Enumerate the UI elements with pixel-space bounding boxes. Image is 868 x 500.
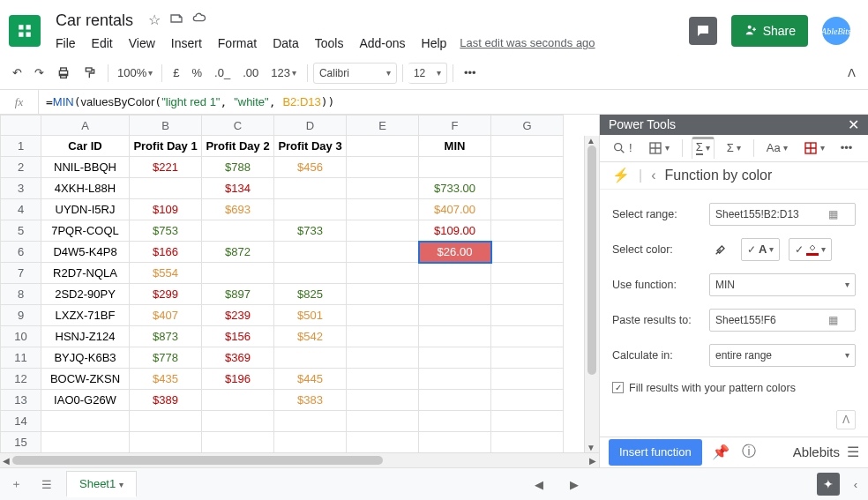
cell[interactable]: $992 bbox=[130, 178, 202, 199]
menu-icon[interactable]: ☰ bbox=[847, 444, 859, 460]
currency-button[interactable]: £ bbox=[168, 63, 184, 83]
cell[interactable]: $897 bbox=[202, 284, 274, 305]
cell[interactable] bbox=[347, 242, 419, 263]
cell[interactable]: $47 bbox=[202, 390, 274, 411]
account-avatar[interactable]: AbleBits bbox=[822, 17, 850, 45]
cell[interactable] bbox=[491, 411, 564, 432]
collapse-icon[interactable]: ᐱ bbox=[836, 410, 856, 429]
cell[interactable]: $109 bbox=[130, 199, 202, 220]
cell[interactable] bbox=[347, 178, 419, 199]
cell[interactable]: LXZX-71BF bbox=[41, 305, 130, 326]
sheet-tab[interactable]: Sheet1 ▾ bbox=[66, 471, 137, 497]
cell[interactable] bbox=[347, 284, 419, 305]
cell[interactable] bbox=[491, 220, 564, 242]
cell[interactable] bbox=[419, 305, 491, 326]
cell[interactable]: $978 bbox=[274, 199, 347, 220]
cell[interactable]: $26 bbox=[202, 263, 274, 284]
vertical-scrollbar[interactable]: ▲ ▼ bbox=[584, 136, 599, 452]
cell[interactable] bbox=[347, 432, 419, 453]
row-header[interactable]: 9 bbox=[1, 305, 41, 326]
font-size-select[interactable]: 12▾ bbox=[408, 63, 447, 84]
cell[interactable] bbox=[130, 411, 202, 432]
pt-tab-more[interactable]: ••• bbox=[837, 138, 857, 158]
undo-button[interactable]: ↶ bbox=[7, 63, 27, 83]
menu-edit[interactable]: Edit bbox=[86, 34, 119, 53]
star-icon[interactable]: ☆ bbox=[148, 11, 161, 29]
row-header[interactable]: 11 bbox=[1, 347, 41, 369]
grid-picker-icon[interactable]: ▦ bbox=[828, 314, 849, 326]
select-all-cell[interactable] bbox=[1, 116, 41, 136]
cell[interactable] bbox=[347, 157, 419, 178]
cell[interactable] bbox=[347, 305, 419, 326]
cell[interactable] bbox=[347, 220, 419, 242]
cell[interactable]: $778 bbox=[130, 347, 202, 369]
cell[interactable] bbox=[491, 178, 564, 199]
cell[interactable] bbox=[419, 432, 491, 453]
tab-nav-left[interactable]: ◀ bbox=[526, 473, 552, 496]
pt-tab-clear[interactable]: ▾ bbox=[800, 138, 828, 159]
col-header[interactable]: G bbox=[491, 116, 564, 136]
calc-in-select[interactable]: entire range▾ bbox=[709, 344, 856, 367]
fill-color-toggle[interactable]: ✓▾ bbox=[789, 238, 832, 261]
cell[interactable] bbox=[419, 326, 491, 347]
cell[interactable]: BOCW-ZKSN bbox=[41, 369, 130, 390]
cell[interactable]: $299 bbox=[130, 284, 202, 305]
cell[interactable] bbox=[419, 284, 491, 305]
close-icon[interactable]: ✕ bbox=[848, 116, 859, 133]
cell[interactable] bbox=[491, 242, 564, 263]
cell[interactable]: $788 bbox=[202, 157, 274, 178]
cell[interactable]: 2SD2-90PY bbox=[41, 284, 130, 305]
fill-pattern-checkbox[interactable]: ✓ bbox=[612, 382, 624, 393]
cell[interactable] bbox=[41, 411, 130, 432]
cell[interactable]: $221 bbox=[130, 157, 202, 178]
cell[interactable]: $407 bbox=[130, 305, 202, 326]
cell[interactable] bbox=[347, 369, 419, 390]
cell[interactable]: $156 bbox=[202, 326, 274, 347]
cell[interactable] bbox=[202, 432, 274, 453]
grid-picker-icon[interactable]: ▦ bbox=[828, 208, 849, 220]
header-cell[interactable]: Profit Day 2 bbox=[202, 136, 274, 157]
use-function-select[interactable]: MIN▾ bbox=[709, 273, 856, 296]
cell[interactable]: $134 bbox=[202, 178, 274, 199]
cell[interactable] bbox=[491, 369, 564, 390]
cell[interactable] bbox=[202, 411, 274, 432]
cell[interactable]: $369 bbox=[202, 347, 274, 369]
cell[interactable]: $501 bbox=[274, 305, 347, 326]
cell[interactable]: $109.00 bbox=[419, 220, 491, 242]
col-header[interactable]: C bbox=[202, 116, 274, 136]
cell[interactable]: $407.00 bbox=[419, 199, 491, 220]
toolbar-more-button[interactable]: ••• bbox=[459, 63, 482, 83]
cell[interactable]: D4W5-K4P8 bbox=[41, 242, 130, 263]
cell[interactable]: $873 bbox=[130, 326, 202, 347]
col-header[interactable]: D bbox=[274, 116, 347, 136]
cell[interactable]: $542 bbox=[274, 326, 347, 347]
cell[interactable]: $383 bbox=[274, 390, 347, 411]
paint-format-button[interactable] bbox=[78, 63, 102, 84]
cell[interactable] bbox=[347, 326, 419, 347]
row-header[interactable]: 3 bbox=[1, 178, 41, 199]
cell[interactable] bbox=[347, 390, 419, 411]
row-header[interactable]: 14 bbox=[1, 411, 41, 432]
cell[interactable]: $872 bbox=[202, 242, 274, 263]
cell[interactable] bbox=[347, 199, 419, 220]
print-button[interactable] bbox=[51, 63, 76, 84]
row-header[interactable]: 13 bbox=[1, 390, 41, 411]
header-cell[interactable]: Profit Day 1 bbox=[130, 136, 202, 157]
all-sheets-button[interactable]: ☰ bbox=[36, 473, 57, 496]
header-cell[interactable]: Car ID bbox=[41, 136, 130, 157]
cell[interactable] bbox=[419, 263, 491, 284]
cell[interactable]: $26 bbox=[274, 347, 347, 369]
menu-data[interactable]: Data bbox=[266, 34, 305, 53]
col-header[interactable]: E bbox=[347, 116, 419, 136]
header-cell[interactable]: MIN bbox=[419, 136, 491, 157]
cell[interactable]: $733 bbox=[274, 220, 347, 242]
pt-tab-text[interactable]: Aa▾ bbox=[763, 138, 791, 158]
menu-add-ons[interactable]: Add-ons bbox=[353, 34, 411, 53]
row-header[interactable]: 15 bbox=[1, 432, 41, 453]
comments-button[interactable] bbox=[689, 17, 717, 45]
header-cell[interactable]: Profit Day 3 bbox=[274, 136, 347, 157]
cell[interactable]: $435 bbox=[130, 369, 202, 390]
menu-help[interactable]: Help bbox=[415, 34, 453, 53]
horizontal-scrollbar[interactable]: ◀ ▶ bbox=[0, 452, 599, 467]
menu-file[interactable]: File bbox=[49, 34, 82, 53]
